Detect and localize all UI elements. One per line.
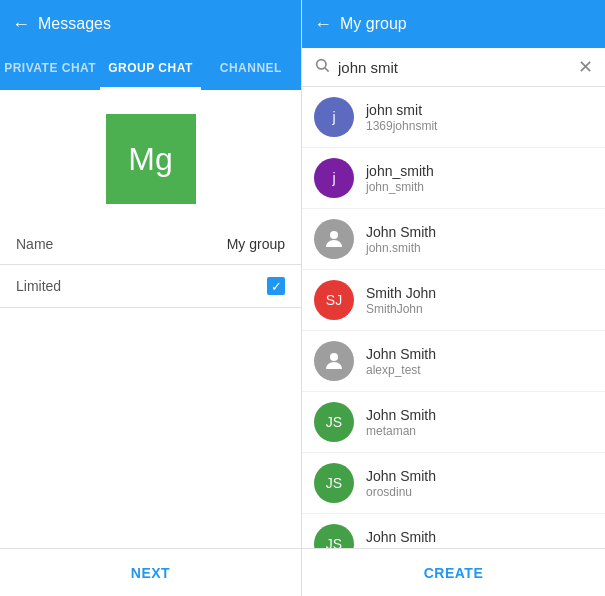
create-button[interactable]: CREATE [424, 565, 484, 581]
user-avatar: j [314, 158, 354, 198]
user-avatar: JS [314, 524, 354, 548]
user-info: Smith JohnSmithJohn [366, 285, 593, 316]
user-info: John Smithorosdinu [366, 468, 593, 499]
limited-field-row: Limited ✓ [0, 265, 301, 308]
user-list-item[interactable]: JSJohn Smithmetaman [302, 392, 605, 453]
user-name: John Smith [366, 346, 593, 362]
user-username: SmithJohn [366, 302, 593, 316]
user-avatar [314, 219, 354, 259]
user-list-item[interactable]: JSJohn Smithorosdinu [302, 453, 605, 514]
back-button-left[interactable]: ← [12, 14, 30, 35]
user-info: john smit1369johnsmit [366, 102, 593, 133]
user-avatar: JS [314, 463, 354, 503]
tab-private-chat[interactable]: PRIVATE CHAT [0, 48, 100, 90]
avatar-section: Mg [0, 90, 301, 224]
user-username: john_smith [366, 180, 593, 194]
create-footer[interactable]: CREATE [302, 548, 605, 596]
user-avatar: JS [314, 402, 354, 442]
user-name: John Smith [366, 468, 593, 484]
user-name: Smith John [366, 285, 593, 301]
user-username: 1369johnsmit [366, 119, 593, 133]
next-button[interactable]: NEXT [131, 565, 170, 581]
user-list-item[interactable]: JSJohn Smithtestloginmqtest [302, 514, 605, 548]
limited-label: Limited [16, 278, 267, 294]
user-info: John Smithjohn.smith [366, 224, 593, 255]
next-footer[interactable]: NEXT [0, 548, 301, 596]
user-info: John Smithtestloginmqtest [366, 529, 593, 549]
svg-point-0 [317, 60, 326, 69]
user-list-item[interactable]: jjohn_smithjohn_smith [302, 148, 605, 209]
tab-group-chat[interactable]: GROUP CHAT [100, 48, 200, 90]
tab-bar: PRIVATE CHAT GROUP CHAT CHANNEL [0, 48, 301, 90]
user-name: John Smith [366, 407, 593, 423]
name-field-row: Name My group [0, 224, 301, 265]
user-list-item[interactable]: John Smithalexp_test [302, 331, 605, 392]
group-avatar[interactable]: Mg [106, 114, 196, 204]
user-list-item[interactable]: SJSmith JohnSmithJohn [302, 270, 605, 331]
right-header: ← My group [302, 0, 605, 48]
check-icon: ✓ [271, 280, 282, 293]
left-panel: ← Messages PRIVATE CHAT GROUP CHAT CHANN… [0, 0, 302, 596]
svg-point-2 [330, 231, 338, 239]
user-name: John Smith [366, 529, 593, 545]
user-name: john smit [366, 102, 593, 118]
right-header-title: My group [340, 15, 407, 33]
search-input[interactable] [338, 59, 570, 76]
user-avatar: SJ [314, 280, 354, 320]
tab-channel[interactable]: CHANNEL [201, 48, 301, 90]
user-name: john_smith [366, 163, 593, 179]
user-username: orosdinu [366, 485, 593, 499]
search-bar: ✕ [302, 48, 605, 87]
name-label: Name [16, 236, 227, 252]
user-list-item[interactable]: jjohn smit1369johnsmit [302, 87, 605, 148]
name-value: My group [227, 236, 285, 252]
user-list: jjohn smit1369johnsmitjjohn_smithjohn_sm… [302, 87, 605, 548]
search-icon [314, 57, 330, 77]
user-list-item[interactable]: John Smithjohn.smith [302, 209, 605, 270]
user-username: alexp_test [366, 363, 593, 377]
limited-checkbox[interactable]: ✓ [267, 277, 285, 295]
user-info: john_smithjohn_smith [366, 163, 593, 194]
user-username: metaman [366, 424, 593, 438]
svg-line-1 [325, 68, 329, 72]
user-avatar [314, 341, 354, 381]
user-avatar: j [314, 97, 354, 137]
back-button-right[interactable]: ← [314, 14, 332, 35]
user-info: John Smithmetaman [366, 407, 593, 438]
user-username: john.smith [366, 241, 593, 255]
left-header-title: Messages [38, 15, 111, 33]
right-panel: ← My group ✕ jjohn smit1369johnsmitjjohn… [302, 0, 605, 596]
svg-point-3 [330, 353, 338, 361]
left-header: ← Messages [0, 0, 301, 48]
clear-search-icon[interactable]: ✕ [578, 56, 593, 78]
user-name: John Smith [366, 224, 593, 240]
user-info: John Smithalexp_test [366, 346, 593, 377]
